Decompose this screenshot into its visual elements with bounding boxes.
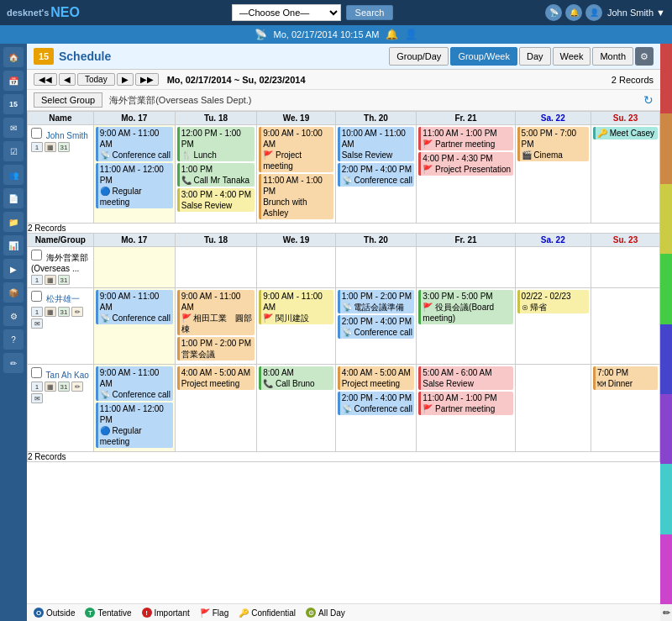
view-group-week[interactable]: Group/Week xyxy=(450,47,517,66)
nav-next[interactable]: ▶ xyxy=(117,73,134,86)
tan-sun-evt1[interactable]: 7:00 PM 🍽 Dinner xyxy=(593,366,658,390)
john-mon-evt2[interactable]: 11:00 AM - 12:00 PM 🔵 Regular meeting xyxy=(96,163,173,208)
matsui-wed-evt1[interactable]: 9:00 AM - 11:00 AM 🚩 関川建設 xyxy=(259,290,333,324)
john-tue-evt2[interactable]: 1:00 PM 📞 Call Mr Tanaka xyxy=(177,163,255,187)
matsui-fri-evt1[interactable]: 3:00 PM - 5:00 PM 🚩 役員会議(Board meeting) xyxy=(418,290,512,324)
user-row-matsui: 松井雄一 1 ▦ 31 ✏ ✉ 9:00 AM - 11:00 A xyxy=(28,288,660,365)
john-fri-evt1[interactable]: 11:00 AM - 1:00 PM 🚩 Partner meeting xyxy=(418,127,512,150)
john-tue-evt3[interactable]: 3:00 PM - 4:00 PM Salse Review xyxy=(177,188,255,212)
sidebar-folder[interactable]: 📁 xyxy=(3,212,24,232)
sidebar-arrow[interactable]: ▶ xyxy=(3,259,24,279)
matsui-sat-evt1[interactable]: 02/22 - 02/23 ⊙ 帰省 xyxy=(517,290,589,313)
tan-grid-icon[interactable]: ▦ xyxy=(45,382,56,392)
tan-wed: 8:00 AM 📞 Call Bruno xyxy=(257,365,335,452)
john-wed: 9:00 AM - 10:00 AM 🚩 Project meeting 11:… xyxy=(257,125,335,224)
sidebar-calendar[interactable]: 📅 xyxy=(3,71,24,91)
sidebar-chart[interactable]: 📊 xyxy=(3,235,24,255)
strip-green xyxy=(660,254,672,324)
tan-mon-evt1[interactable]: 9:00 AM - 11:00 AM 📡 Conference call xyxy=(96,366,173,401)
tan-fri-evt2[interactable]: 11:00 AM - 1:00 PM 🚩 Partner meeting xyxy=(418,392,512,415)
tan-thu-evt2[interactable]: 2:00 PM - 4:00 PM 📡 Conference call xyxy=(338,392,415,415)
matsui-sun xyxy=(591,288,659,365)
sidebar-edit[interactable]: ✏ xyxy=(3,353,24,373)
bell-icon: 🔔 xyxy=(565,4,582,21)
john-thu-evt1[interactable]: 10:00 AM - 11:00 AM Salse Review xyxy=(338,127,415,161)
tan-month-icon[interactable]: 31 xyxy=(58,382,70,392)
view-month[interactable]: Month xyxy=(592,47,633,66)
sidebar-15[interactable]: 15 xyxy=(3,94,24,114)
tan-edit-icon[interactable]: ✏ xyxy=(71,382,83,392)
main-content: 15 Schedule Group/Day Group/Week Day Wee… xyxy=(27,44,660,621)
sidebar-docs[interactable]: 📄 xyxy=(3,188,24,208)
john-grid-icon[interactable]: ▦ xyxy=(45,142,56,152)
john-month-icon[interactable]: 31 xyxy=(58,142,70,152)
user-avatar[interactable]: 👤 xyxy=(585,4,602,21)
user-name[interactable]: John Smith ▼ xyxy=(607,8,665,18)
john-fri-evt2[interactable]: 4:00 PM - 4:30 PM 🚩 Project Presentation xyxy=(418,152,512,176)
john-tue-evt1[interactable]: 12:00 PM - 1:00 PM 🍴 Lunch xyxy=(177,127,255,161)
john-checkbox[interactable] xyxy=(31,128,42,139)
refresh-icon[interactable]: ↻ xyxy=(643,93,654,107)
john-wed-evt1[interactable]: 9:00 AM - 10:00 AM 🚩 Project meeting xyxy=(259,127,333,172)
matsui-grid-icon[interactable]: ▦ xyxy=(45,307,56,317)
john-mon-evt1[interactable]: 9:00 AM - 11:00 AM 📡 Conference call xyxy=(96,127,173,161)
view-week[interactable]: Week xyxy=(553,47,591,66)
john-thu-evt2[interactable]: 2:00 PM - 4:00 PM 📡 Conference call xyxy=(338,163,415,187)
search-button[interactable]: Search xyxy=(346,5,394,20)
matsui-mail-icon[interactable]: ✉ xyxy=(31,318,43,329)
nav-prev[interactable]: ◀ xyxy=(59,73,76,86)
nav-last[interactable]: ▶▶ xyxy=(135,73,159,86)
matsui-cal-icon[interactable]: 1 xyxy=(31,307,43,317)
tan-checkbox[interactable] xyxy=(31,367,42,378)
settings-button[interactable]: ⚙ xyxy=(635,47,654,66)
john-cal-icon[interactable]: 1 xyxy=(31,142,43,152)
group-name: 海外営業部(Overseas Sales Dept.) xyxy=(109,94,251,107)
evt-time: 3:00 PM - 4:00 PM xyxy=(181,189,253,200)
overseas-checkbox[interactable] xyxy=(31,250,42,261)
sidebar-home[interactable]: 🏠 xyxy=(3,47,24,67)
tan-tue-evt1[interactable]: 4:00 AM - 5:00 AM Project meeting xyxy=(177,366,255,390)
tan-fri-evt1[interactable]: 5:00 AM - 6:00 AM Salse Review xyxy=(418,366,512,390)
matsui-tue-evt1[interactable]: 9:00 AM - 11:00 AM 🚩 相田工業 圓部棟 xyxy=(177,290,255,335)
john-link[interactable]: John Smith xyxy=(46,131,88,140)
matsui-mon-evt1[interactable]: 9:00 AM - 11:00 AM 📡 Conference call xyxy=(96,290,173,324)
matsui-thu-evt2[interactable]: 2:00 PM - 4:00 PM 📡 Conference call xyxy=(338,315,415,339)
choose-one-select[interactable]: —Choose One— xyxy=(232,4,341,21)
evt-title: 営業会議 xyxy=(181,349,253,360)
tan-mon-evt2[interactable]: 11:00 AM - 12:00 PM 🔵 Regular meeting xyxy=(96,403,173,448)
select-group-button[interactable]: Select Group xyxy=(34,92,102,108)
john-wed-evt2[interactable]: 11:00 AM - 1:00 PM Brunch with Ashley xyxy=(259,174,333,219)
today-button[interactable]: Today xyxy=(77,73,115,86)
overseas-month-icon[interactable]: 31 xyxy=(58,275,70,285)
matsui-thu-evt1[interactable]: 1:00 PM - 2:00 PM 📡 電話会議準備 xyxy=(338,290,415,313)
matsui-month-icon[interactable]: 31 xyxy=(58,307,70,317)
matsui-link[interactable]: 松井雄一 xyxy=(46,294,80,303)
overseas-grid-icon[interactable]: ▦ xyxy=(45,275,56,285)
sidebar-box[interactable]: 📦 xyxy=(3,282,24,303)
tan-wed-evt1[interactable]: 8:00 AM 📞 Call Bruno xyxy=(259,366,333,390)
overseas-cal-icon[interactable]: 1 xyxy=(31,275,43,285)
john-sun-evt1[interactable]: 🔑 Meet Casey xyxy=(593,127,658,139)
matsui-tue-evt2[interactable]: 1:00 PM - 2:00 PM 営業会議 xyxy=(177,337,255,360)
nav-first[interactable]: ◀◀ xyxy=(34,73,57,86)
tan-mail-icon[interactable]: ✉ xyxy=(31,393,43,403)
edit-strip-icon[interactable]: ✏ xyxy=(660,604,672,621)
tan-link[interactable]: Tan Ah Kao xyxy=(46,371,89,380)
sidebar-todo[interactable]: ☑ xyxy=(3,141,24,161)
sidebar-contacts[interactable]: 👥 xyxy=(3,165,24,185)
view-day[interactable]: Day xyxy=(519,47,551,66)
john-sat-evt1[interactable]: 5:00 PM - 7:00 PM 🎬 Cinema xyxy=(517,127,589,161)
evt-time: 9:00 AM - 11:00 AM xyxy=(100,367,171,389)
sidebar-help[interactable]: ? xyxy=(3,329,24,350)
sidebar-mail[interactable]: ✉ xyxy=(3,118,24,138)
tan-thu-evt1[interactable]: 4:00 AM - 5:00 AM Project meeting xyxy=(338,366,415,390)
view-group-day[interactable]: Group/Day xyxy=(389,47,449,66)
tan-cal-icon[interactable]: 1 xyxy=(31,382,43,392)
matsui-mon: 9:00 AM - 11:00 AM 📡 Conference call xyxy=(93,288,175,365)
sidebar-settings[interactable]: ⚙ xyxy=(3,306,24,326)
evt-time: 5:00 AM - 6:00 AM xyxy=(423,367,511,378)
date-range: Mo, 02/17/2014 ~ Su, 02/23/2014 xyxy=(167,75,306,85)
matsui-edit-icon[interactable]: ✏ xyxy=(71,307,83,317)
matsui-sat: 02/22 - 02/23 ⊙ 帰省 xyxy=(515,288,591,365)
matsui-checkbox[interactable] xyxy=(31,291,42,302)
